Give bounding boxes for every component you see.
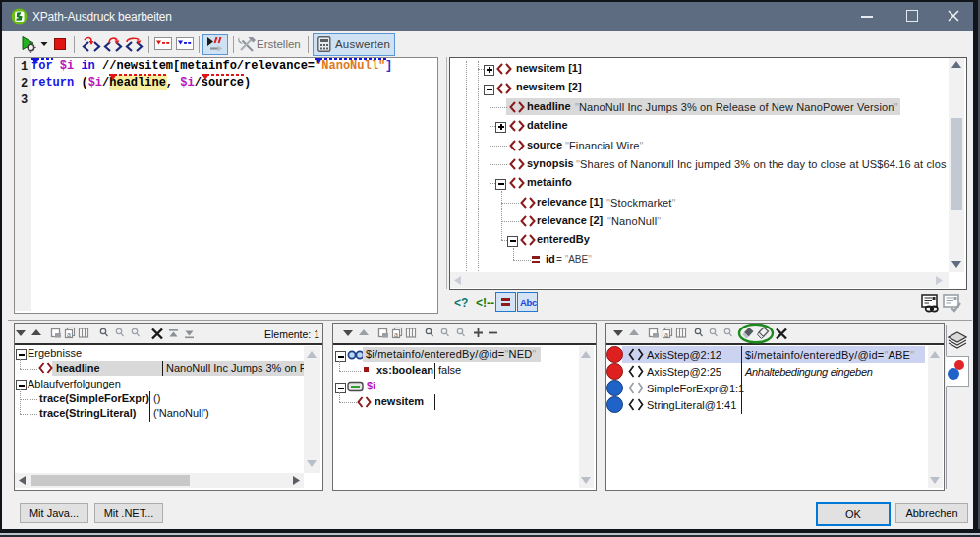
svg-text:a: a bbox=[67, 331, 71, 338]
svg-text:a: a bbox=[394, 331, 398, 338]
svg-text:a: a bbox=[664, 331, 668, 338]
